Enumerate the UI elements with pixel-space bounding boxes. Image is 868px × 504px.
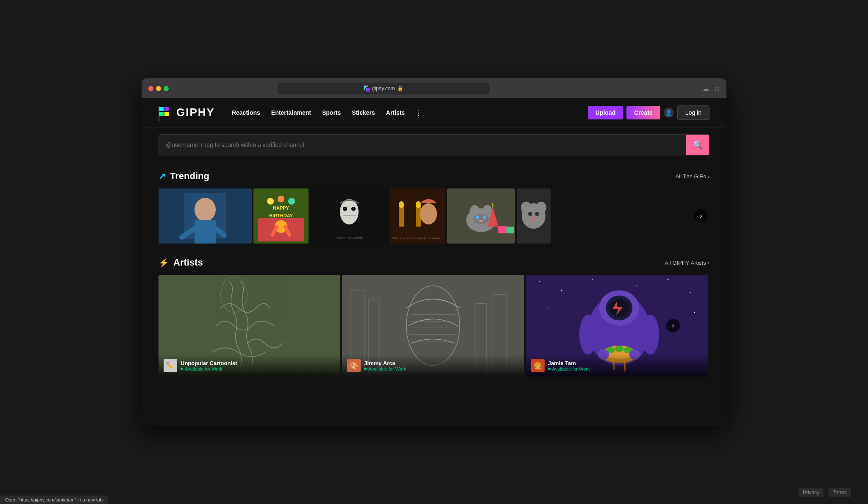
svg-point-24 <box>288 198 295 205</box>
svg-rect-5 <box>164 107 169 111</box>
svg-rect-0 <box>364 86 366 88</box>
svg-point-56 <box>528 212 532 216</box>
nav-more-button[interactable]: ⋮ <box>412 106 426 119</box>
svg-point-35 <box>399 201 404 208</box>
svg-rect-51 <box>506 227 514 233</box>
chevron-right-icon: › <box>708 260 709 266</box>
chevron-right-icon: › <box>708 173 709 180</box>
trending-gif-1[interactable] <box>159 188 252 244</box>
nav-right: Upload Create 👤 Log in <box>588 105 709 120</box>
lightning-icon: ⚡ <box>159 258 169 268</box>
svg-point-23 <box>278 196 284 202</box>
user-icon[interactable]: 👤 <box>664 108 674 118</box>
artists-section-header: ⚡ Artists All GIPHY Artists › <box>159 257 709 268</box>
trending-gif-4[interactable]: Oh look, another glorious morning <box>390 188 445 244</box>
trending-gif-3[interactable]: #AddamsFamily <box>310 188 389 244</box>
nav-link-reactions[interactable]: Reactions <box>228 107 264 119</box>
artist-name-unpopular-cartoonist: Unpopular Cartoonist <box>181 360 335 366</box>
trending-gif-5[interactable] <box>447 188 515 244</box>
trending-gif-2[interactable]: HAPPY BIRTHDAY <box>253 188 309 244</box>
logo-text: GIPHY <box>176 106 215 119</box>
create-button[interactable]: Create <box>626 106 660 119</box>
address-bar[interactable]: giphy.com 🔒 <box>278 83 490 94</box>
main-nav: GIPHY Reactions Entertainment Sports Sti… <box>142 98 726 127</box>
svg-rect-3 <box>366 88 370 91</box>
close-button[interactable] <box>148 86 153 91</box>
svg-point-37 <box>416 201 421 208</box>
status-dot <box>548 368 551 370</box>
svg-point-22 <box>267 198 274 205</box>
svg-point-57 <box>535 212 539 216</box>
status-bar: Open "https://giphy.com/jamietam" in a n… <box>0 496 108 504</box>
artist-info-jamie-tam: 🍔 Jamie Tam Available for Work <box>526 354 708 377</box>
artists-title: ⚡ Artists <box>159 257 203 268</box>
svg-point-44 <box>473 214 489 224</box>
nav-link-stickers[interactable]: Stickers <box>348 107 379 119</box>
upload-button[interactable]: Upload <box>588 106 623 119</box>
svg-point-74 <box>561 290 562 291</box>
nav-link-entertainment[interactable]: Entertainment <box>267 107 315 119</box>
search-bar: 🔍 <box>159 134 709 155</box>
trending-gif-6[interactable] <box>517 188 551 244</box>
nav-link-artists[interactable]: Artists <box>382 107 409 119</box>
svg-point-26 <box>340 199 359 224</box>
browser-actions: ☁ ⊙ <box>702 85 720 93</box>
search-bar-container: 🔍 <box>142 127 726 162</box>
favicon-icon <box>364 86 370 91</box>
cloud-icon[interactable]: ☁ <box>702 85 709 93</box>
svg-rect-1 <box>366 86 368 87</box>
all-gifs-link[interactable]: All The GIFs › <box>676 173 709 180</box>
artists-next-button[interactable]: › <box>666 319 680 332</box>
artists-carousel: ✏️ Unpopular Cartoonist Available for Wo… <box>159 275 709 377</box>
svg-point-75 <box>592 279 593 280</box>
traffic-lights <box>148 86 169 91</box>
artist-name-jimmy-arca: Jimmy Arca <box>364 360 519 366</box>
logo[interactable]: GIPHY <box>159 106 215 119</box>
artist-card-jamie-tam[interactable]: 🍔 Jamie Tam Available for Work <box>526 275 708 377</box>
svg-point-11 <box>195 198 216 222</box>
svg-text:HAPPY: HAPPY <box>273 205 289 210</box>
gif-carousel: HAPPY BIRTHDAY <box>159 188 709 244</box>
minimize-button[interactable] <box>156 86 161 91</box>
search-button[interactable]: 🔍 <box>686 135 709 155</box>
trending-next-button[interactable]: › <box>694 209 708 223</box>
artist-info-jimmy-arca: 🎨 Jimmy Arca Available for Work <box>342 354 524 377</box>
artist-card-jimmy-arca[interactable]: 🎨 Jimmy Arca Available for Work <box>342 275 524 377</box>
svg-point-87 <box>641 315 659 354</box>
nav-links: Reactions Entertainment Sports Stickers … <box>228 106 588 119</box>
artist-status-jamie-tam: Available for Work <box>548 366 703 371</box>
svg-point-78 <box>690 292 690 293</box>
artist-info-unpopular-cartoonist: ✏️ Unpopular Cartoonist Available for Wo… <box>159 354 340 377</box>
artist-details-jimmy-arca: Jimmy Arca Available for Work <box>364 360 519 371</box>
svg-point-38 <box>420 203 437 224</box>
login-button[interactable]: Log in <box>677 105 709 120</box>
trending-section-header: ↗ Trending All The GIFs › <box>159 171 709 182</box>
lock-icon: 🔒 <box>397 86 403 91</box>
svg-rect-36 <box>416 205 421 227</box>
svg-rect-31 <box>343 215 356 216</box>
browser-chrome: giphy.com 🔒 ☁ ⊙ <box>142 78 726 98</box>
download-icon[interactable]: ⊙ <box>714 85 720 93</box>
trending-icon: ↗ <box>159 171 166 181</box>
browser-window: giphy.com 🔒 ☁ ⊙ GIPHY <box>142 78 726 426</box>
svg-point-30 <box>353 208 354 210</box>
artist-card-unpopular-cartoonist[interactable]: ✏️ Unpopular Cartoonist Available for Wo… <box>159 275 340 377</box>
search-input[interactable] <box>159 141 686 148</box>
svg-rect-50 <box>498 226 506 233</box>
artist-avatar-jamie-tam: 🍔 <box>531 359 545 372</box>
artist-details-jamie-tam: Jamie Tam Available for Work <box>548 360 703 371</box>
svg-point-54 <box>521 202 531 213</box>
all-artists-link[interactable]: All GIPHY Artists › <box>665 260 709 266</box>
svg-point-73 <box>539 281 540 282</box>
svg-point-55 <box>536 202 546 213</box>
svg-point-79 <box>548 307 548 308</box>
svg-rect-2 <box>364 88 365 90</box>
artists-section: ⚡ Artists All GIPHY Artists › <box>159 257 709 377</box>
svg-text:#AddamsFamily: #AddamsFamily <box>336 236 363 240</box>
maximize-button[interactable] <box>164 86 169 91</box>
svg-point-80 <box>694 312 695 313</box>
nav-link-sports[interactable]: Sports <box>318 107 345 119</box>
svg-rect-34 <box>399 205 404 227</box>
logo-icon <box>159 106 172 119</box>
svg-point-47 <box>479 220 483 222</box>
